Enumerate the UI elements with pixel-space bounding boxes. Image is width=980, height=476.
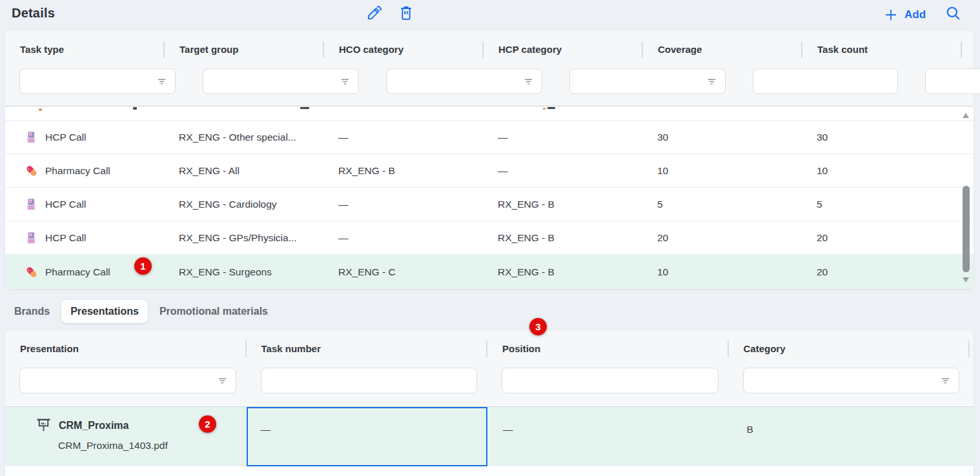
- task-type-cell: HCP Call: [45, 232, 86, 244]
- task-count-cell: 5: [817, 199, 822, 210]
- filter-icon: [940, 375, 951, 386]
- coverage-filter: [753, 68, 898, 94]
- position-filter-input[interactable]: [510, 368, 710, 393]
- scroll-down-arrow[interactable]: [963, 277, 969, 283]
- task-count-cell: 10: [817, 165, 828, 177]
- task-number-value: —: [261, 424, 271, 435]
- presentation-filter-input[interactable]: [28, 368, 217, 393]
- hcp-category-cell: RX_ENG - B: [498, 232, 555, 244]
- task-number-filter: [261, 368, 478, 393]
- hcp-category-cell: RX_ENG - B: [498, 199, 555, 210]
- hcp-call-icon: [25, 197, 39, 212]
- sub-section-tabbar: Brands Presentations Promotional materia…: [0, 295, 980, 330]
- task-number-filter-input[interactable]: [269, 368, 469, 393]
- vertical-scrollbar[interactable]: [962, 108, 970, 288]
- search-icon[interactable]: [944, 4, 962, 22]
- presentations-table: Presentation Task number Position Catego…: [5, 330, 974, 476]
- task-count-cell: 20: [817, 232, 828, 244]
- task-type-cell: HCP Call: [45, 199, 86, 210]
- column-header-position[interactable]: Position: [487, 330, 729, 366]
- hco-category-cell: —: [338, 132, 349, 143]
- column-header-hco-category[interactable]: HCO category: [324, 31, 484, 67]
- coverage-cell: 10: [657, 266, 668, 278]
- pharmacy-call-icon: [25, 164, 39, 178]
- annotation-badge-1: 1: [134, 257, 152, 275]
- task-type-filter: [19, 68, 176, 94]
- target-group-cell: RX_ENG - Cardiology: [179, 199, 277, 210]
- filter-icon: [706, 76, 717, 87]
- coverage-cell: 5: [657, 199, 663, 210]
- delete-icon[interactable]: [397, 4, 415, 22]
- column-header-hcp-category[interactable]: HCP category: [484, 31, 643, 67]
- task-type-filter-input[interactable]: [28, 69, 156, 94]
- hcp-call-icon: [25, 231, 39, 245]
- task-number-cell-focused[interactable]: —: [247, 407, 488, 466]
- coverage-cell: 20: [657, 232, 668, 244]
- hcp-category-filter-input[interactable]: [578, 69, 706, 94]
- scrollbar-thumb[interactable]: [963, 186, 970, 272]
- target-group-cell: RX_ENG - Other special...: [179, 132, 296, 143]
- coverage-cell: 10: [657, 165, 668, 177]
- category-cell[interactable]: B: [729, 407, 970, 466]
- task-count-filter: [925, 68, 980, 94]
- edit-icon[interactable]: [365, 4, 383, 22]
- target-group-cell: RX_ENG - Surgeons: [179, 266, 272, 278]
- column-header-task-number[interactable]: Task number: [247, 330, 488, 366]
- presentation-filter: [19, 368, 236, 393]
- filter-icon: [340, 76, 351, 87]
- details-table: Task type Target group HCO category HCP …: [5, 31, 974, 289]
- filter-icon: [523, 76, 534, 87]
- scroll-up-arrow[interactable]: [963, 113, 969, 118]
- task-type-cell: HCP Call: [45, 132, 86, 143]
- tab-presentations[interactable]: Presentations: [61, 300, 148, 323]
- details-table-head: Task type Target group HCO category HCP …: [5, 31, 974, 106]
- hco-category-cell: —: [338, 232, 349, 244]
- task-type-cell: Pharmacy Call: [45, 266, 110, 278]
- table-row[interactable]: HCP Call RX_ENG - Other special... — — 3…: [5, 121, 974, 154]
- hcp-category-filter: [569, 68, 726, 94]
- column-header-target-group[interactable]: Target group: [165, 31, 324, 67]
- plus-icon: [882, 6, 900, 24]
- position-filter: [502, 368, 719, 393]
- task-count-cell: 20: [817, 266, 828, 278]
- position-cell[interactable]: —: [487, 407, 729, 466]
- column-header-task-type[interactable]: Task type: [5, 31, 165, 67]
- column-header-coverage[interactable]: Coverage: [643, 31, 802, 67]
- coverage-filter-input[interactable]: [761, 69, 890, 94]
- presentation-row-selected[interactable]: CRM_Proxima CRM_Proxima_1403.pdf — — B: [5, 406, 974, 466]
- table-row-selected[interactable]: Pharmacy Call RX_ENG - Surgeons RX_ENG -…: [5, 255, 974, 289]
- category-value: B: [747, 424, 753, 435]
- hco-category-cell: —: [338, 199, 349, 210]
- target-group-filter-input[interactable]: [211, 69, 340, 94]
- task-type-cell: Pharmacy Call: [45, 165, 110, 177]
- task-count-filter-input[interactable]: [934, 69, 980, 94]
- annotation-badge-3: 3: [529, 318, 547, 335]
- table-row[interactable]: HCP Call RX_ENG - GPs/Physicia... — RX_E…: [5, 221, 974, 255]
- filter-icon: [156, 76, 167, 87]
- task-count-cell: 30: [817, 132, 828, 143]
- pharmacy-call-icon: [25, 265, 39, 279]
- target-group-cell: RX_ENG - All: [179, 165, 240, 177]
- hcp-category-cell: RX_ENG - B: [498, 266, 555, 278]
- coverage-cell: 30: [657, 132, 668, 143]
- category-filter-input[interactable]: [751, 368, 941, 393]
- hcp-category-cell: —: [498, 132, 508, 143]
- add-button[interactable]: Add: [882, 6, 926, 24]
- column-header-category[interactable]: Category: [729, 330, 970, 366]
- clipped-table-row[interactable]: [5, 106, 974, 121]
- position-value: —: [503, 424, 513, 435]
- hcp-category-cell: —: [498, 165, 508, 177]
- table-row[interactable]: HCP Call RX_ENG - Cardiology — RX_ENG - …: [5, 188, 974, 221]
- tab-brands[interactable]: Brands: [13, 300, 51, 323]
- presentation-file-name: CRM_Proxima_1403.pdf: [58, 440, 247, 451]
- presentation-name: CRM_Proxima: [59, 420, 128, 431]
- target-group-cell: RX_ENG - GPs/Physicia...: [179, 232, 297, 244]
- tab-promotional-materials[interactable]: Promotional materials: [158, 300, 269, 323]
- column-header-presentation[interactable]: Presentation: [5, 330, 247, 366]
- annotation-badge-2: 2: [199, 415, 216, 433]
- presentation-screen-icon: [35, 417, 52, 434]
- hco-category-cell: RX_ENG - C: [338, 266, 396, 278]
- table-row[interactable]: Pharmacy Call RX_ENG - All RX_ENG - B — …: [5, 154, 974, 188]
- hco-category-filter-input[interactable]: [394, 69, 523, 94]
- column-header-task-count[interactable]: Task count: [802, 31, 962, 67]
